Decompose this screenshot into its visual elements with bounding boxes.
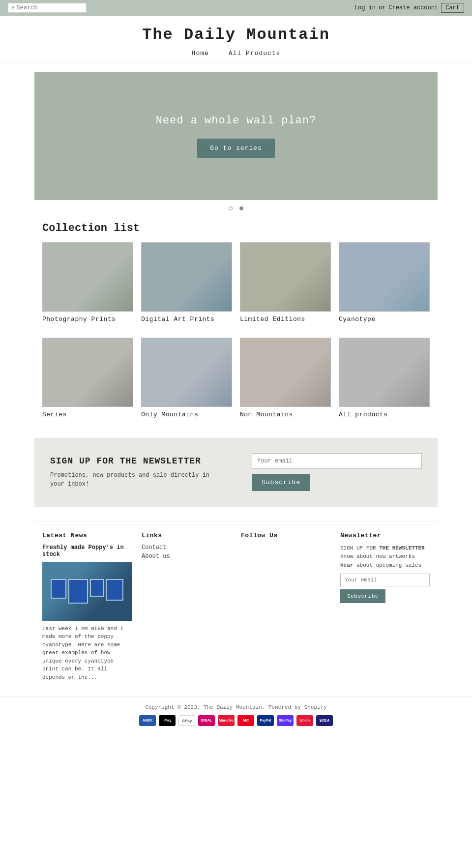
collection-label-photography-prints: Photography Prints <box>42 316 116 323</box>
bottom-footer: Copyright © 2023, The Daily Mountain. Po… <box>0 696 472 731</box>
collections-row-1: Photography Prints Digital Art Prints Li… <box>34 242 438 338</box>
collection-all-products[interactable]: All products <box>339 338 430 418</box>
footer-newsletter-col: Newsletter SIGN UP FOR THE NEWSLETTER kn… <box>340 532 430 682</box>
collection-label-non-mountains: Non Mountains <box>240 411 293 418</box>
collection-img-series <box>42 338 133 407</box>
account-links: Log in or Create account Cart <box>354 3 464 13</box>
carousel-dot-2[interactable] <box>239 206 243 210</box>
frame-3 <box>90 579 104 597</box>
payment-icon-maestro: Maestro <box>218 715 235 726</box>
frame-2 <box>68 579 88 604</box>
payment-icon-mastercard: MC <box>237 715 254 726</box>
carousel-dots <box>0 205 472 212</box>
nav-all-products[interactable]: All Products <box>229 50 281 57</box>
collection-digital-art-prints[interactable]: Digital Art Prints <box>141 242 232 323</box>
newsletter-subscribe-button[interactable]: Subscribe <box>252 474 310 491</box>
footer-columns: Latest News Freshly made Poppy's in stoc… <box>34 521 438 696</box>
hero-text: Need a whole wall plan? <box>156 115 317 127</box>
collection-list-title: Collection list <box>34 222 438 234</box>
newsletter-section: SIGN UP FOR THE NEWSLETTER Promotions, n… <box>34 438 438 507</box>
cart-link[interactable]: Cart <box>441 3 464 13</box>
footer-follow-us: Follow Us <box>241 532 330 682</box>
collection-series[interactable]: Series <box>42 338 133 418</box>
login-link[interactable]: Log in <box>354 4 376 11</box>
nav-home[interactable]: Home <box>192 50 209 57</box>
collection-img-non-mountains <box>240 338 331 407</box>
newsletter-right: Subscribe <box>236 439 438 505</box>
search-input[interactable] <box>17 4 81 11</box>
footer-link-about[interactable]: About us <box>142 553 231 560</box>
footer-latest-news: Latest News Freshly made Poppy's in stoc… <box>42 532 132 682</box>
collection-label-series: Series <box>42 411 67 418</box>
payment-icon-gpay: GPay <box>178 715 195 726</box>
payment-icon-applepay: Pay <box>159 715 176 726</box>
footer-news-headline: Freshly made Poppy's in stock <box>42 544 132 558</box>
cyanotype-frames <box>48 576 126 607</box>
collection-label-limited-editions: Limited Editions <box>240 316 305 323</box>
collection-img-photography-prints <box>42 242 133 312</box>
footer-links-list: Contact About us <box>142 544 231 560</box>
site-header: The Daily Mountain Home All Products <box>0 16 472 62</box>
newsletter-title: SIGN UP FOR THE NEWSLETTER <box>50 456 220 466</box>
frame-4 <box>106 579 123 601</box>
collection-img-only-mountains <box>141 338 232 407</box>
collection-label-all-products: All products <box>339 411 388 418</box>
footer-links-col: Links Contact About us <box>142 532 231 682</box>
carousel-dot-1[interactable] <box>229 206 233 210</box>
footer-newsletter-title: Newsletter <box>340 532 430 539</box>
create-account-link[interactable]: Create account <box>388 4 438 11</box>
footer-newsletter-text: SIGN UP FOR THE NEWSLETTER know about ne… <box>340 544 430 570</box>
footer-news-image <box>42 562 132 621</box>
collection-label-only-mountains: Only Mountains <box>141 411 198 418</box>
payment-icon-unionpay: Union <box>296 715 313 726</box>
payment-icon-shopay: ShoPay <box>277 715 294 726</box>
collection-label-digital-art-prints: Digital Art Prints <box>141 316 214 323</box>
payment-icons: AMEX Pay GPay iDEAL Maestro MC PayPal S… <box>0 715 472 726</box>
newsletter-description: Promotions, new products and sale direct… <box>50 471 220 489</box>
footer-news-img-inner <box>42 562 132 621</box>
main-nav: Home All Products <box>0 50 472 57</box>
collections-row-2: Series Only Mountains Non Mountains All … <box>34 338 438 433</box>
footer-latest-news-title: Latest News <box>42 532 132 539</box>
collection-img-limited-editions <box>240 242 331 312</box>
payment-icon-visa: VISA <box>316 715 333 726</box>
collection-photography-prints[interactable]: Photography Prints <box>42 242 133 323</box>
collection-non-mountains[interactable]: Non Mountains <box>240 338 331 418</box>
footer-links-title: Links <box>142 532 231 539</box>
site-title: The Daily Mountain <box>0 26 472 44</box>
copyright-text: Copyright © 2023, The Daily Mountain. Po… <box>0 704 472 710</box>
newsletter-left: SIGN UP FOR THE NEWSLETTER Promotions, n… <box>34 442 236 502</box>
collection-only-mountains[interactable]: Only Mountains <box>141 338 232 418</box>
frame-1 <box>51 579 66 599</box>
payment-icon-amex: AMEX <box>139 715 156 726</box>
collection-img-digital-art-prints <box>141 242 232 312</box>
collection-img-all-products <box>339 338 430 407</box>
or-label: or <box>379 4 385 11</box>
footer-link-contact[interactable]: Contact <box>142 544 231 551</box>
hero-banner: Need a whole wall plan? Go to series <box>34 72 438 200</box>
payment-icon-paypal: PayPal <box>257 715 274 726</box>
search-icon: S <box>11 5 15 11</box>
top-bar: S Log in or Create account Cart <box>0 0 472 16</box>
collection-cyanotype[interactable]: Cyanotype <box>339 242 430 323</box>
footer-newsletter-subscribe-button[interactable]: Subscribe <box>340 589 385 603</box>
collection-label-cyanotype: Cyanotype <box>339 316 376 323</box>
collection-img-cyanotype <box>339 242 430 312</box>
footer-follow-us-title: Follow Us <box>241 532 330 539</box>
payment-icon-ideal: iDEAL <box>198 715 215 726</box>
collection-limited-editions[interactable]: Limited Editions <box>240 242 331 323</box>
hero-button[interactable]: Go to series <box>197 139 275 158</box>
search-form[interactable]: S <box>8 3 87 13</box>
footer-newsletter-email-input[interactable] <box>340 574 430 586</box>
newsletter-email-input[interactable] <box>252 453 422 469</box>
footer-news-body: Last week I AM NIEN and I made more of t… <box>42 625 132 682</box>
